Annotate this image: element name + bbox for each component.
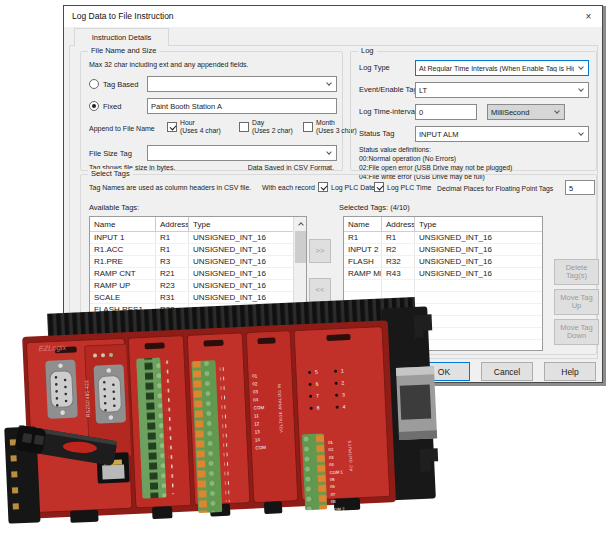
move-tag-up-button[interactable]: Move Tag Up	[554, 289, 599, 315]
scroll-up-icon[interactable]	[294, 217, 307, 230]
tag-based-radio[interactable]	[89, 79, 99, 89]
cell-name: R1	[344, 232, 382, 243]
csv-hint: Tag Names are used as column headers in …	[89, 184, 251, 191]
log-type-label: Log Type	[359, 63, 390, 72]
cell-name: R1.ACC	[90, 244, 156, 255]
group-title: Select Tags	[88, 169, 133, 179]
dialog-footer: OK Cancel Help	[418, 362, 596, 381]
serial-port-icon	[93, 364, 126, 423]
serial-port-icon	[45, 360, 78, 419]
terminal-label: COM 2	[331, 505, 345, 513]
cell-name: RAMP CNT	[90, 268, 156, 279]
group-title: File Name and Size	[88, 46, 159, 56]
log-plc-date-checkbox[interactable]	[318, 182, 328, 192]
note-csv-format: Data Saved in CSV Format.	[248, 164, 334, 171]
cell-address: R43	[382, 268, 415, 279]
group-log: Log Log Type At Regular Time Intervals (…	[350, 51, 597, 171]
cell-address: R21	[156, 268, 189, 279]
fixed-radio[interactable]	[89, 101, 99, 111]
table-row[interactable]: RAMP CNTR21UNSIGNED_INT_16	[90, 268, 306, 280]
tag-based-combo[interactable]	[147, 76, 337, 92]
cell-type: UNSIGNED_INT_16	[415, 268, 542, 279]
help-button[interactable]: Help	[544, 362, 596, 381]
cell-name: R1.PRE	[90, 256, 156, 267]
move-tag-down-button[interactable]: Move Tag Down	[554, 319, 599, 345]
column-address[interactable]: Address	[382, 217, 415, 231]
delete-tags-button[interactable]: Delete Tag(s)	[554, 259, 599, 285]
column-name[interactable]: Name	[344, 217, 382, 231]
interval-unit-value: MilliSecond	[488, 108, 550, 117]
cancel-button[interactable]: Cancel	[481, 362, 533, 381]
group-file-name-size: File Name and Size Max 32 char including…	[80, 51, 343, 171]
day-checkbox[interactable]	[239, 122, 249, 132]
column-address[interactable]: Address	[156, 217, 189, 231]
table-row[interactable]: R1R1UNSIGNED_INT_16	[344, 232, 542, 244]
file-size-tag-combo[interactable]	[147, 145, 337, 161]
cell-name: INPUT 1	[90, 232, 156, 243]
column-name[interactable]: Name	[90, 217, 156, 231]
plc-photo: EZLogix RS232/485-422 01020304COM1112131…	[0, 288, 445, 536]
tag-based-label: Tag Based	[103, 80, 138, 89]
cell-address: R3	[156, 256, 189, 267]
status-tag-label: Status Tag	[359, 129, 394, 138]
available-tags-label: Available Tags:	[89, 203, 139, 212]
status-definition-line: Status value definitions:	[359, 145, 512, 154]
close-icon[interactable]: ×	[581, 9, 596, 24]
enable-tag-label: Event/Enable Tag	[359, 85, 418, 94]
table-row[interactable]: RAMP MINR43UNSIGNED_INT_16	[344, 268, 542, 280]
table-row[interactable]: FLASHR32UNSIGNED_INT_16	[344, 256, 542, 268]
cell-address: R1	[156, 232, 189, 243]
month-checkbox[interactable]	[303, 122, 313, 132]
chevron-down-icon	[574, 127, 588, 141]
decimal-places-label: Decimal Places for Floating Point Tags	[437, 185, 553, 192]
cell-type: UNSIGNED_INT_16	[415, 256, 542, 267]
enable-tag-combo[interactable]: LT	[415, 82, 589, 98]
terminal-strip	[302, 433, 327, 510]
scrollbar-thumb[interactable]	[295, 231, 306, 263]
column-type[interactable]: Type	[189, 217, 294, 231]
append-hour-option: Hour (Uses 4 char)	[167, 119, 239, 139]
append-label: Append to File Name	[89, 125, 155, 132]
table-header: Name Address Type	[90, 217, 306, 232]
log-type-combo[interactable]: At Regular Time Intervals (When Enable T…	[415, 60, 589, 76]
status-definition-line: 02:File open error (USB Drive may not be…	[359, 163, 512, 172]
cell-type: UNSIGNED_INT_16	[189, 280, 294, 291]
append-day-option: Day (Uses 2 char)	[239, 119, 311, 139]
column-type[interactable]: Type	[415, 217, 542, 231]
hour-label: Hour (Uses 4 char)	[180, 119, 221, 135]
hour-checkbox[interactable]	[167, 122, 177, 132]
cell-name: FLASH	[344, 256, 382, 267]
group-title: Log	[358, 46, 377, 56]
chevron-down-icon	[574, 61, 588, 75]
table-row[interactable]: RAMP UPR23UNSIGNED_INT_16	[90, 280, 306, 292]
file-size-tag-label: File Size Tag	[89, 149, 132, 158]
status-tag-combo[interactable]: INPUT ALM	[415, 126, 589, 142]
table-header: Name Address Type	[344, 217, 542, 232]
chevron-down-icon	[574, 83, 588, 97]
log-type-value: At Regular Time Intervals (When Enable T…	[416, 65, 574, 72]
led-label: 8	[309, 401, 336, 414]
decimal-places-input[interactable]: 5	[565, 180, 595, 195]
chevron-down-icon	[322, 77, 336, 91]
fixed-name-input[interactable]: Paint Booth Station A	[147, 98, 337, 114]
cell-type: UNSIGNED_INT_16	[415, 244, 542, 255]
table-row[interactable]: R1.PRER3UNSIGNED_INT_16	[90, 256, 306, 268]
cell-name	[344, 280, 382, 291]
log-plc-time-label: Log PLC Time	[387, 184, 431, 191]
table-row[interactable]: INPUT 2R2UNSIGNED_INT_16	[344, 244, 542, 256]
interval-input[interactable]: 0	[415, 104, 477, 120]
terminal-label: COM	[255, 444, 266, 452]
cell-address: R23	[156, 280, 189, 291]
fixed-label: Fixed	[103, 102, 121, 111]
status-definition-line: 00:Normal operation (No Errors)	[359, 154, 512, 163]
tab-instruction-details[interactable]: Instruction Details	[74, 28, 169, 46]
plc-shapes	[0, 288, 445, 536]
plc-brand-label: EZLogix	[38, 343, 66, 353]
interval-unit-combo[interactable]: MilliSecond	[487, 104, 565, 120]
log-plc-time-checkbox[interactable]	[374, 182, 384, 192]
table-row[interactable]: INPUT 1R1UNSIGNED_INT_16	[90, 232, 306, 244]
table-row[interactable]: R1.ACCR1UNSIGNED_INT_16	[90, 244, 306, 256]
add-tag-button[interactable]: >>	[309, 239, 331, 263]
cell-type: UNSIGNED_INT_16	[189, 232, 294, 243]
cell-address: R2	[382, 244, 415, 255]
